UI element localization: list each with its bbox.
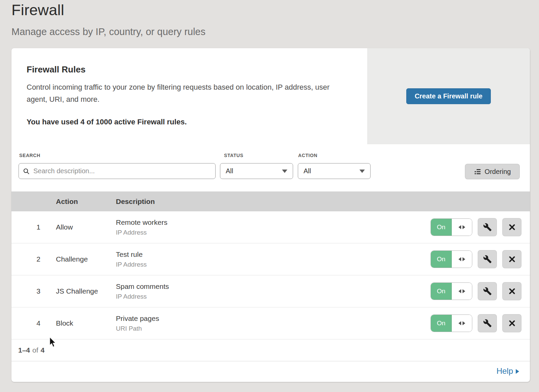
wrench-icon xyxy=(483,319,492,328)
row-controls: On xyxy=(431,250,521,268)
search-input[interactable] xyxy=(33,167,211,175)
rule-enabled-toggle[interactable]: On xyxy=(431,218,472,236)
arrow-left-icon xyxy=(458,225,461,229)
arrow-right-icon xyxy=(463,321,465,325)
firewall-rules-card: Firewall Rules Control incoming traffic … xyxy=(11,48,530,382)
rule-description: Test rule xyxy=(116,250,147,259)
pagination-row: 1–4 of 4 xyxy=(11,339,530,361)
rule-priority: 1 xyxy=(32,223,45,231)
wrench-icon xyxy=(483,255,492,264)
rule-enabled-toggle[interactable]: On xyxy=(431,282,472,300)
chevron-down-icon xyxy=(282,170,287,173)
arrow-left-icon xyxy=(458,321,461,325)
rule-description: Remote workers xyxy=(116,218,167,227)
table-header: Action Description xyxy=(11,191,530,211)
ordering-button-label: Ordering xyxy=(485,168,511,176)
edit-rule-button[interactable] xyxy=(478,218,497,236)
table-row: 3 JS Challenge Spam comments IP Address … xyxy=(11,275,530,307)
intro-section: Firewall Rules Control incoming traffic … xyxy=(11,48,530,144)
search-icon xyxy=(23,168,30,175)
wrench-icon xyxy=(483,223,492,232)
delete-rule-button[interactable] xyxy=(502,218,521,236)
delete-rule-button[interactable] xyxy=(502,282,521,300)
intro-heading: Firewall Rules xyxy=(27,64,86,75)
rule-description: Private pages xyxy=(116,314,159,323)
toggle-on-label: On xyxy=(431,283,452,300)
rule-description-cell: Private pages URI Path xyxy=(116,314,159,332)
table-row: 1 Allow Remote workers IP Address On xyxy=(11,211,530,243)
rule-description: Spam comments xyxy=(116,282,169,291)
table-row: 4 Block Private pages URI Path On xyxy=(11,307,530,339)
arrow-left-icon xyxy=(458,289,461,293)
pagination-of: of xyxy=(32,346,38,354)
pagination-total: 4 xyxy=(41,346,45,354)
help-row: Help xyxy=(11,361,530,381)
close-icon xyxy=(508,255,516,263)
delete-rule-button[interactable] xyxy=(502,250,521,268)
arrow-right-icon xyxy=(463,257,465,261)
rule-priority: 2 xyxy=(32,255,45,263)
arrow-right-icon xyxy=(463,289,465,293)
arrow-left-icon xyxy=(458,257,461,261)
search-box xyxy=(19,163,216,179)
rule-match-type: IP Address xyxy=(116,261,147,268)
status-select-value: All xyxy=(226,167,233,175)
create-rule-panel: Create a Firewall rule xyxy=(367,48,530,144)
table-row: 2 Challenge Test rule IP Address On xyxy=(11,243,530,275)
rule-enabled-toggle[interactable]: On xyxy=(431,314,472,332)
row-controls: On xyxy=(431,282,521,300)
rule-description-cell: Remote workers IP Address xyxy=(116,218,167,236)
ordering-button[interactable]: Ordering xyxy=(465,164,520,179)
pagination-range: 1–4 xyxy=(18,346,30,354)
rule-match-type: IP Address xyxy=(116,229,167,236)
toggle-handle[interactable] xyxy=(452,315,472,332)
toggle-on-label: On xyxy=(431,251,452,268)
rule-priority: 3 xyxy=(32,287,45,295)
status-label: STATUS xyxy=(224,153,244,158)
action-select-value: All xyxy=(304,167,311,175)
help-link[interactable]: Help xyxy=(497,366,519,376)
chevron-down-icon xyxy=(359,170,365,173)
edit-rule-button[interactable] xyxy=(478,282,497,300)
rule-action: Allow xyxy=(56,223,73,231)
edit-rule-button[interactable] xyxy=(478,314,497,332)
toggle-on-label: On xyxy=(431,315,452,332)
rule-description-cell: Spam comments IP Address xyxy=(116,282,169,300)
page-subtitle: Manage access by IP, country, or query r… xyxy=(11,26,205,37)
action-label: ACTION xyxy=(298,153,317,158)
rule-description-cell: Test rule IP Address xyxy=(116,250,147,268)
create-firewall-rule-button[interactable]: Create a Firewall rule xyxy=(406,88,491,104)
help-link-label: Help xyxy=(497,366,513,376)
rule-action: Block xyxy=(56,319,73,327)
intro-description: Control incoming traffic to your zone by… xyxy=(27,81,352,105)
search-label: SEARCH xyxy=(19,153,40,158)
page-title: Firewall xyxy=(11,1,64,19)
toggle-handle[interactable] xyxy=(452,219,472,236)
filter-bar: SEARCH STATUS All ACTION All Ordering xyxy=(11,144,530,191)
chevron-right-icon xyxy=(516,369,519,374)
wrench-icon xyxy=(483,287,492,296)
close-icon xyxy=(508,320,516,327)
arrow-right-icon xyxy=(463,225,465,229)
toggle-handle[interactable] xyxy=(452,283,472,300)
rule-action: Challenge xyxy=(56,255,88,263)
toggle-on-label: On xyxy=(431,219,452,236)
row-controls: On xyxy=(431,218,521,236)
rule-priority: 4 xyxy=(32,319,45,327)
ordered-list-icon xyxy=(474,169,481,175)
toggle-handle[interactable] xyxy=(452,251,472,268)
rules-table-body: 1 Allow Remote workers IP Address On xyxy=(11,211,530,339)
rule-match-type: IP Address xyxy=(116,293,169,300)
status-select[interactable]: All xyxy=(220,163,293,179)
column-header-description: Description xyxy=(116,198,155,206)
row-controls: On xyxy=(431,314,521,332)
action-select[interactable]: All xyxy=(298,163,371,179)
rule-enabled-toggle[interactable]: On xyxy=(431,250,472,268)
rule-action: JS Challenge xyxy=(56,287,98,295)
column-header-action: Action xyxy=(56,198,78,206)
edit-rule-button[interactable] xyxy=(478,250,497,268)
usage-summary: You have used 4 of 1000 active Firewall … xyxy=(27,118,187,126)
close-icon xyxy=(508,223,516,231)
delete-rule-button[interactable] xyxy=(502,314,521,332)
close-icon xyxy=(508,288,516,295)
